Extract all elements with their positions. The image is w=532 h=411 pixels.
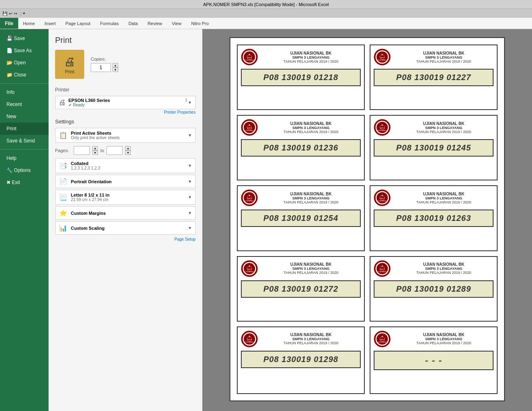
svg-text:SMPN: SMPN <box>247 197 252 199</box>
printer-device-icon: 🖨 <box>59 98 66 107</box>
svg-text:SMPN: SMPN <box>380 127 385 129</box>
paper-text: Letter 8 1/2 x 11 in 21.59 cm x 27.94 cm <box>71 193 185 202</box>
svg-text:LENGAYANG: LENGAYANG <box>378 59 387 61</box>
card-header-9: 3 SMPN LENGAYANG UJIAN NASIONAL BK SMPN … <box>241 330 361 347</box>
orientation-text: Portrait Orientation <box>71 179 185 184</box>
backstage-info[interactable]: Info <box>0 86 49 98</box>
save-icon: 💾 <box>6 36 13 41</box>
ribbon-home-tab[interactable]: Home <box>18 18 40 29</box>
undo-icon[interactable]: ↩ <box>9 11 12 16</box>
backstage-print[interactable]: Print <box>0 123 49 135</box>
copies-decrement[interactable]: ▼ <box>113 68 118 72</box>
options-icon: 🔧 <box>6 167 13 173</box>
scaling-label: Custom Scaling <box>71 226 185 231</box>
copies-input-wrap: ▲ ▼ <box>91 63 118 72</box>
print-button-area: 🖨 Print Copies: ▲ ▼ <box>55 50 196 79</box>
active-sheets-arrow: ▼ <box>188 133 192 138</box>
collated-arrow: ▼ <box>188 163 192 168</box>
margins-arrow: ▼ <box>188 211 192 215</box>
card-number-6: P08 130019 01263 <box>374 210 494 227</box>
copies-section: Copies: ▲ ▼ <box>91 57 118 72</box>
svg-text:LENGAYANG: LENGAYANG <box>245 341 254 343</box>
printer-section-title: Printer <box>55 85 196 93</box>
exit-icon: ✖ <box>6 180 11 185</box>
preview-page: 3 SMPN LENGAYANG UJIAN NASIONAL BK SMPN … <box>230 37 505 401</box>
orientation-setting[interactable]: 📄 Portrait Orientation ▼ <box>55 175 196 188</box>
card-number-3: P08 130019 01236 <box>241 139 361 157</box>
ribbon-formulas-tab[interactable]: Formulas <box>95 18 123 29</box>
backstage-save-as[interactable]: 📄 Save As <box>0 44 49 57</box>
ribbon-data-tab[interactable]: Data <box>123 18 143 29</box>
card-logo-10: 3 SMPN LENGAYANG <box>374 330 391 347</box>
card-title-3: UJIAN NASIONAL BK SMPN 3 LENGAYANG TAHUN… <box>261 121 361 134</box>
pages-to-increment[interactable]: ▲ <box>125 146 131 150</box>
card-1: 3 SMPN LENGAYANG UJIAN NASIONAL BK SMPN … <box>237 44 365 110</box>
redo-icon[interactable]: ↪ <box>14 11 17 16</box>
card-title-5: UJIAN NASIONAL BK SMPN 3 LENGAYANG TAHUN… <box>261 192 361 204</box>
pages-to-spinner: ▲ ▼ <box>125 146 131 155</box>
backstage-save[interactable]: 💾 Save <box>0 32 49 44</box>
copies-input[interactable] <box>91 63 111 72</box>
printer-name: EPSON L360 Series <box>68 98 185 103</box>
margins-setting[interactable]: ⭐ Custom Margins ▼ <box>55 206 196 220</box>
copies-increment[interactable]: ▲ <box>113 63 118 68</box>
ribbon: File Home Insert Page Layout Formulas Da… <box>0 18 532 29</box>
ribbon-insert-tab[interactable]: Insert <box>40 18 61 29</box>
backstage-open[interactable]: 📂 Open <box>0 57 49 69</box>
backstage-divider-1 <box>0 83 49 84</box>
svg-text:SMPN: SMPN <box>380 339 385 341</box>
print-button[interactable]: 🖨 Print <box>55 50 84 79</box>
orientation-arrow: ▼ <box>188 179 192 184</box>
customize-icon[interactable]: ▾ <box>23 11 25 15</box>
active-sheets-sub: Only print the active sheets <box>71 136 185 140</box>
card-number-1: P08 130019 01218 <box>241 69 361 86</box>
pages-from-increment[interactable]: ▲ <box>92 146 98 150</box>
card-title-10: UJIAN NASIONAL BK SMPN 3 LENGAYANG TAHUN… <box>394 333 494 345</box>
backstage-recent[interactable]: Recent <box>0 98 49 110</box>
card-title-9: UJIAN NASIONAL BK SMPN 3 LENGAYANG TAHUN… <box>261 333 361 345</box>
collated-label: Collated <box>71 161 185 166</box>
backstage-exit[interactable]: ✖ Exit <box>0 176 49 189</box>
save-icon[interactable]: 💾 <box>2 11 7 16</box>
scaling-setting[interactable]: 📊 Custom Scaling ▼ <box>55 221 196 235</box>
card-header-4: 3 SMPN LENGAYANG UJIAN NASIONAL BK SMPN … <box>374 119 494 136</box>
collated-text: Collated 1,2,3 1,2,3 1,2,3 <box>71 161 185 170</box>
pages-to-decrement[interactable]: ▼ <box>125 150 131 155</box>
backstage-help[interactable]: Help <box>0 152 49 164</box>
ribbon-view-tab[interactable]: View <box>167 18 186 29</box>
card-number-4: P08 130019 01245 <box>374 139 494 157</box>
svg-text:LENGAYANG: LENGAYANG <box>378 341 387 343</box>
svg-text:LENGAYANG: LENGAYANG <box>378 271 387 273</box>
backstage-options[interactable]: 🔧 Options <box>0 164 49 176</box>
backstage-close[interactable]: 📁 Close <box>0 69 49 81</box>
card-7: 3 SMPN LENGAYANG UJIAN NASIONAL BK SMPN … <box>237 256 365 322</box>
page-setup-link[interactable]: Page Setup <box>55 237 196 242</box>
card-header-3: 3 SMPN LENGAYANG UJIAN NASIONAL BK SMPN … <box>241 119 361 136</box>
ribbon-nitro-tab[interactable]: Nitro Pro <box>186 18 213 29</box>
check-icon: ✔ <box>68 103 72 107</box>
pages-to-input[interactable] <box>106 146 123 155</box>
printer-select[interactable]: 🖨 EPSON L360 Series ✔ Ready ▼ ℹ <box>55 96 196 109</box>
printer-properties-link[interactable]: Printer Properties <box>55 110 196 114</box>
backstage-divider-2 <box>0 149 49 150</box>
active-sheets-text: Print Active Sheets Only print the activ… <box>71 131 185 140</box>
paper-label: Letter 8 1/2 x 11 in <box>71 193 185 197</box>
pages-from-input[interactable] <box>74 146 90 155</box>
collated-sub: 1,2,3 1,2,3 1,2,3 <box>71 166 185 170</box>
backstage-new[interactable]: New <box>0 110 49 123</box>
pages-from-decrement[interactable]: ▼ <box>92 150 98 155</box>
quick-access-toolbar: 💾 ↩ ↪ | ▾ <box>0 9 532 18</box>
active-sheets-setting[interactable]: 📋 Print Active Sheets Only print the act… <box>55 128 196 143</box>
ribbon-file-tab[interactable]: File <box>0 18 18 29</box>
svg-text:SMPN: SMPN <box>380 268 385 270</box>
margins-label: Custom Margins <box>71 211 185 216</box>
paper-setting[interactable]: 📃 Letter 8 1/2 x 11 in 21.59 cm x 27.94 … <box>55 190 196 205</box>
card-title-6: UJIAN NASIONAL BK SMPN 3 LENGAYANG TAHUN… <box>394 192 494 204</box>
ribbon-pagelayout-tab[interactable]: Page Layout <box>61 18 96 29</box>
card-logo-2: 3 SMPN LENGAYANG <box>374 49 391 66</box>
ribbon-review-tab[interactable]: Review <box>143 18 167 29</box>
scaling-arrow: ▼ <box>188 226 192 230</box>
backstage-sidebar: 💾 Save 📄 Save As 📂 Open 📁 Close Info Rec… <box>0 29 49 411</box>
backstage-save-send[interactable]: Save & Send <box>0 135 49 147</box>
collated-setting[interactable]: 📑 Collated 1,2,3 1,2,3 1,2,3 ▼ <box>55 158 196 173</box>
